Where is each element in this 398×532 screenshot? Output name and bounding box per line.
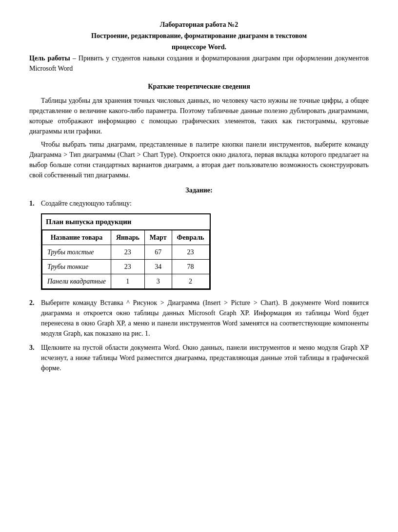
table-caption: План выпуска продукции bbox=[42, 214, 210, 230]
task-num-2: 2. bbox=[29, 298, 41, 308]
task-num-3: 3. bbox=[29, 342, 41, 353]
table-header-row: Название товара Январь Март Февраль bbox=[42, 230, 210, 245]
table-row: Панели квадратные 1 3 2 bbox=[42, 274, 210, 288]
row1-feb: 23 bbox=[172, 245, 209, 259]
task-item-2: 2. Выберите команду Вставка ^ Рисунок > … bbox=[29, 298, 369, 339]
row1-jan: 23 bbox=[111, 245, 144, 259]
col-header-mar: Март bbox=[144, 230, 172, 245]
row3-mar: 3 bbox=[144, 274, 172, 288]
goal-dash: – bbox=[70, 55, 79, 62]
goal-text: Привить у студентов навыки создания и фо… bbox=[29, 55, 369, 72]
page-subtitle-2: процессоре Word. bbox=[29, 42, 369, 52]
task-num-1: 1. bbox=[29, 198, 41, 209]
task-list: 1. Создайте следующую таблицу: bbox=[29, 198, 369, 209]
page-subtitle-1: Построение, редактирование, форматирован… bbox=[29, 31, 369, 41]
row1-name: Трубы толстые bbox=[42, 245, 111, 259]
row1-mar: 67 bbox=[144, 245, 172, 259]
table-wrapper: План выпуска продукции Название товара Я… bbox=[41, 213, 369, 290]
table-outer: План выпуска продукции Название товара Я… bbox=[41, 213, 211, 290]
task-heading: Задание: bbox=[29, 185, 369, 195]
row2-mar: 34 bbox=[144, 259, 172, 274]
row3-name: Панели квадратные bbox=[42, 274, 111, 288]
table-row: Трубы толстые 23 67 23 bbox=[42, 245, 210, 259]
row3-feb: 2 bbox=[172, 274, 209, 288]
goal-section: Цель работы – Привить у студентов навыки… bbox=[29, 53, 369, 74]
task-content-2: Выберите команду Вставка ^ Рисунок > Диа… bbox=[41, 298, 369, 339]
task-item-3: 3. Щелкните на пустой области документа … bbox=[29, 342, 369, 373]
plan-table: Название товара Январь Март Февраль Труб… bbox=[42, 230, 210, 289]
row2-name: Трубы тонкие bbox=[42, 259, 111, 274]
theory-paragraph-1: Таблицы удобны для хранения точных число… bbox=[29, 95, 369, 136]
theory-heading: Краткие теоретические сведения bbox=[29, 81, 369, 92]
row2-feb: 78 bbox=[172, 259, 209, 274]
table-row: Трубы тонкие 23 34 78 bbox=[42, 259, 210, 274]
row3-jan: 1 bbox=[111, 274, 144, 288]
col-header-feb: Февраль bbox=[172, 230, 209, 245]
task-content-1: Создайте следующую таблицу: bbox=[41, 198, 369, 209]
col-header-jan: Январь bbox=[111, 230, 144, 245]
col-header-name: Название товара bbox=[42, 230, 111, 245]
theory-paragraph-2: Чтобы выбрать типы диаграмм, представлен… bbox=[29, 139, 369, 180]
task-item-1: 1. Создайте следующую таблицу: bbox=[29, 198, 369, 209]
page-title: Лабораторная работа №2 bbox=[29, 19, 369, 30]
goal-label: Цель работы bbox=[29, 55, 70, 62]
task-list-rest: 2. Выберите команду Вставка ^ Рисунок > … bbox=[29, 298, 369, 373]
row2-jan: 23 bbox=[111, 259, 144, 274]
task-content-3: Щелкните на пустой области документа Wor… bbox=[41, 342, 369, 373]
